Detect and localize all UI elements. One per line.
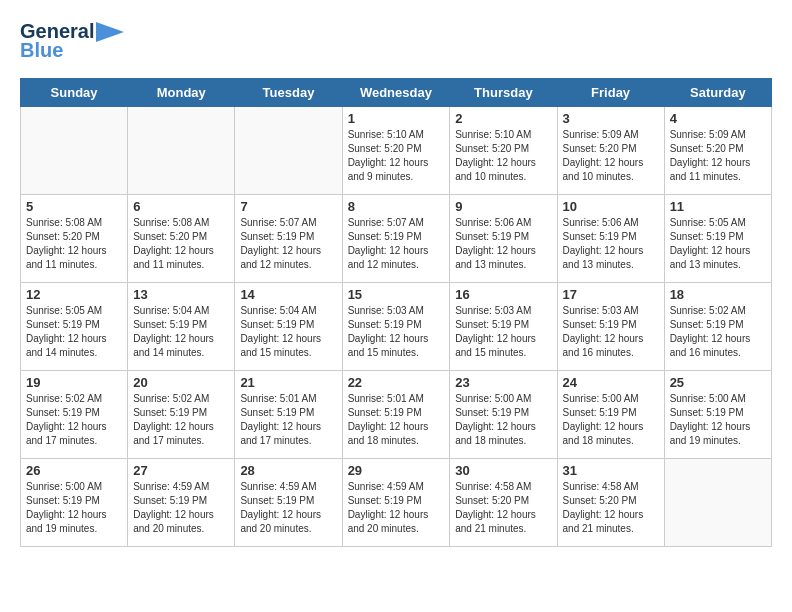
day-info: Sunrise: 5:06 AM Sunset: 5:19 PM Dayligh…: [563, 216, 659, 272]
calendar-cell: 26Sunrise: 5:00 AM Sunset: 5:19 PM Dayli…: [21, 459, 128, 547]
day-info: Sunrise: 5:03 AM Sunset: 5:19 PM Dayligh…: [348, 304, 445, 360]
calendar-cell: 29Sunrise: 4:59 AM Sunset: 5:19 PM Dayli…: [342, 459, 450, 547]
calendar-cell: 21Sunrise: 5:01 AM Sunset: 5:19 PM Dayli…: [235, 371, 342, 459]
calendar-cell: 3Sunrise: 5:09 AM Sunset: 5:20 PM Daylig…: [557, 107, 664, 195]
calendar-cell: 25Sunrise: 5:00 AM Sunset: 5:19 PM Dayli…: [664, 371, 771, 459]
day-info: Sunrise: 5:03 AM Sunset: 5:19 PM Dayligh…: [455, 304, 551, 360]
day-number: 8: [348, 199, 445, 214]
calendar-cell: 24Sunrise: 5:00 AM Sunset: 5:19 PM Dayli…: [557, 371, 664, 459]
calendar-cell: 11Sunrise: 5:05 AM Sunset: 5:19 PM Dayli…: [664, 195, 771, 283]
day-info: Sunrise: 5:07 AM Sunset: 5:19 PM Dayligh…: [348, 216, 445, 272]
day-number: 31: [563, 463, 659, 478]
day-number: 13: [133, 287, 229, 302]
logo: General Blue: [20, 20, 124, 62]
day-info: Sunrise: 5:02 AM Sunset: 5:19 PM Dayligh…: [133, 392, 229, 448]
calendar-cell: 19Sunrise: 5:02 AM Sunset: 5:19 PM Dayli…: [21, 371, 128, 459]
day-info: Sunrise: 5:06 AM Sunset: 5:19 PM Dayligh…: [455, 216, 551, 272]
day-number: 26: [26, 463, 122, 478]
day-number: 14: [240, 287, 336, 302]
day-info: Sunrise: 5:02 AM Sunset: 5:19 PM Dayligh…: [670, 304, 766, 360]
calendar-week-row: 1Sunrise: 5:10 AM Sunset: 5:20 PM Daylig…: [21, 107, 772, 195]
day-number: 20: [133, 375, 229, 390]
day-number: 7: [240, 199, 336, 214]
calendar-cell: [235, 107, 342, 195]
day-number: 17: [563, 287, 659, 302]
calendar-cell: 7Sunrise: 5:07 AM Sunset: 5:19 PM Daylig…: [235, 195, 342, 283]
calendar-cell: 8Sunrise: 5:07 AM Sunset: 5:19 PM Daylig…: [342, 195, 450, 283]
day-number: 1: [348, 111, 445, 126]
day-info: Sunrise: 5:01 AM Sunset: 5:19 PM Dayligh…: [240, 392, 336, 448]
day-info: Sunrise: 5:04 AM Sunset: 5:19 PM Dayligh…: [133, 304, 229, 360]
calendar-cell: 9Sunrise: 5:06 AM Sunset: 5:19 PM Daylig…: [450, 195, 557, 283]
day-info: Sunrise: 5:02 AM Sunset: 5:19 PM Dayligh…: [26, 392, 122, 448]
day-info: Sunrise: 5:10 AM Sunset: 5:20 PM Dayligh…: [455, 128, 551, 184]
day-number: 28: [240, 463, 336, 478]
day-number: 25: [670, 375, 766, 390]
calendar-cell: 4Sunrise: 5:09 AM Sunset: 5:20 PM Daylig…: [664, 107, 771, 195]
day-number: 22: [348, 375, 445, 390]
calendar-cell: 28Sunrise: 4:59 AM Sunset: 5:19 PM Dayli…: [235, 459, 342, 547]
weekday-header: Thursday: [450, 79, 557, 107]
logo-arrow-icon: [96, 22, 124, 42]
weekday-header: Sunday: [21, 79, 128, 107]
calendar-cell: [128, 107, 235, 195]
day-info: Sunrise: 5:01 AM Sunset: 5:19 PM Dayligh…: [348, 392, 445, 448]
day-number: 30: [455, 463, 551, 478]
calendar-cell: 23Sunrise: 5:00 AM Sunset: 5:19 PM Dayli…: [450, 371, 557, 459]
page-header: General Blue: [20, 20, 772, 62]
day-number: 11: [670, 199, 766, 214]
calendar-cell: 1Sunrise: 5:10 AM Sunset: 5:20 PM Daylig…: [342, 107, 450, 195]
calendar-week-row: 5Sunrise: 5:08 AM Sunset: 5:20 PM Daylig…: [21, 195, 772, 283]
day-info: Sunrise: 5:08 AM Sunset: 5:20 PM Dayligh…: [133, 216, 229, 272]
day-number: 4: [670, 111, 766, 126]
day-info: Sunrise: 5:09 AM Sunset: 5:20 PM Dayligh…: [670, 128, 766, 184]
calendar-cell: 18Sunrise: 5:02 AM Sunset: 5:19 PM Dayli…: [664, 283, 771, 371]
calendar-week-row: 12Sunrise: 5:05 AM Sunset: 5:19 PM Dayli…: [21, 283, 772, 371]
day-info: Sunrise: 4:58 AM Sunset: 5:20 PM Dayligh…: [455, 480, 551, 536]
day-number: 15: [348, 287, 445, 302]
day-number: 6: [133, 199, 229, 214]
day-info: Sunrise: 5:05 AM Sunset: 5:19 PM Dayligh…: [670, 216, 766, 272]
day-info: Sunrise: 5:00 AM Sunset: 5:19 PM Dayligh…: [670, 392, 766, 448]
calendar-cell: 10Sunrise: 5:06 AM Sunset: 5:19 PM Dayli…: [557, 195, 664, 283]
day-number: 18: [670, 287, 766, 302]
calendar-cell: 30Sunrise: 4:58 AM Sunset: 5:20 PM Dayli…: [450, 459, 557, 547]
day-number: 23: [455, 375, 551, 390]
calendar-cell: 13Sunrise: 5:04 AM Sunset: 5:19 PM Dayli…: [128, 283, 235, 371]
day-number: 29: [348, 463, 445, 478]
calendar-cell: 5Sunrise: 5:08 AM Sunset: 5:20 PM Daylig…: [21, 195, 128, 283]
day-info: Sunrise: 5:03 AM Sunset: 5:19 PM Dayligh…: [563, 304, 659, 360]
day-info: Sunrise: 5:04 AM Sunset: 5:19 PM Dayligh…: [240, 304, 336, 360]
weekday-header-row: SundayMondayTuesdayWednesdayThursdayFrid…: [21, 79, 772, 107]
day-number: 10: [563, 199, 659, 214]
weekday-header: Tuesday: [235, 79, 342, 107]
weekday-header: Friday: [557, 79, 664, 107]
calendar-cell: 22Sunrise: 5:01 AM Sunset: 5:19 PM Dayli…: [342, 371, 450, 459]
calendar-cell: 27Sunrise: 4:59 AM Sunset: 5:19 PM Dayli…: [128, 459, 235, 547]
day-number: 16: [455, 287, 551, 302]
logo-blue: Blue: [20, 39, 63, 62]
weekday-header: Wednesday: [342, 79, 450, 107]
day-info: Sunrise: 5:10 AM Sunset: 5:20 PM Dayligh…: [348, 128, 445, 184]
calendar-cell: 15Sunrise: 5:03 AM Sunset: 5:19 PM Dayli…: [342, 283, 450, 371]
calendar-cell: 6Sunrise: 5:08 AM Sunset: 5:20 PM Daylig…: [128, 195, 235, 283]
day-number: 19: [26, 375, 122, 390]
day-info: Sunrise: 5:00 AM Sunset: 5:19 PM Dayligh…: [563, 392, 659, 448]
calendar-table: SundayMondayTuesdayWednesdayThursdayFrid…: [20, 78, 772, 547]
weekday-header: Monday: [128, 79, 235, 107]
calendar-cell: 31Sunrise: 4:58 AM Sunset: 5:20 PM Dayli…: [557, 459, 664, 547]
calendar-cell: 12Sunrise: 5:05 AM Sunset: 5:19 PM Dayli…: [21, 283, 128, 371]
day-number: 12: [26, 287, 122, 302]
day-number: 5: [26, 199, 122, 214]
day-number: 9: [455, 199, 551, 214]
day-info: Sunrise: 4:59 AM Sunset: 5:19 PM Dayligh…: [348, 480, 445, 536]
day-info: Sunrise: 5:00 AM Sunset: 5:19 PM Dayligh…: [26, 480, 122, 536]
day-info: Sunrise: 5:09 AM Sunset: 5:20 PM Dayligh…: [563, 128, 659, 184]
calendar-cell: [664, 459, 771, 547]
calendar-cell: 14Sunrise: 5:04 AM Sunset: 5:19 PM Dayli…: [235, 283, 342, 371]
calendar-cell: [21, 107, 128, 195]
calendar-cell: 2Sunrise: 5:10 AM Sunset: 5:20 PM Daylig…: [450, 107, 557, 195]
day-info: Sunrise: 5:00 AM Sunset: 5:19 PM Dayligh…: [455, 392, 551, 448]
day-info: Sunrise: 4:58 AM Sunset: 5:20 PM Dayligh…: [563, 480, 659, 536]
logo-text-block: General Blue: [20, 20, 124, 62]
